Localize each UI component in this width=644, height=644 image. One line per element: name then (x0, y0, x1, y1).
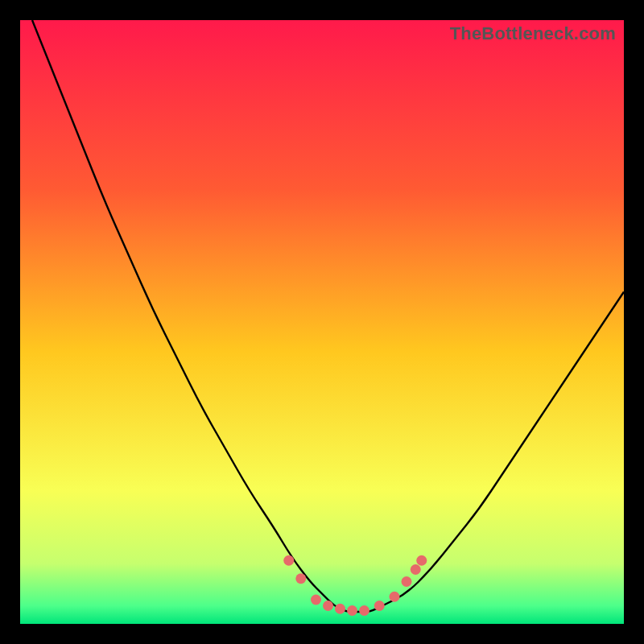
outer-frame: TheBottleneck.com (0, 0, 644, 644)
marker-group (283, 555, 427, 616)
bottleneck-curve (32, 20, 624, 612)
curve-marker (411, 564, 421, 575)
curve-marker (347, 605, 357, 616)
curve-marker (311, 595, 321, 605)
curve-marker (374, 601, 385, 611)
curve-marker (283, 555, 294, 566)
curve-marker (390, 592, 400, 602)
curve-marker (295, 573, 306, 584)
curve-marker (359, 605, 369, 616)
curve-marker (323, 601, 333, 611)
curve-marker (335, 604, 345, 614)
curve-marker (416, 555, 427, 566)
curve-marker (402, 576, 412, 587)
chart-svg (20, 20, 624, 624)
plot-area: TheBottleneck.com (20, 20, 624, 624)
